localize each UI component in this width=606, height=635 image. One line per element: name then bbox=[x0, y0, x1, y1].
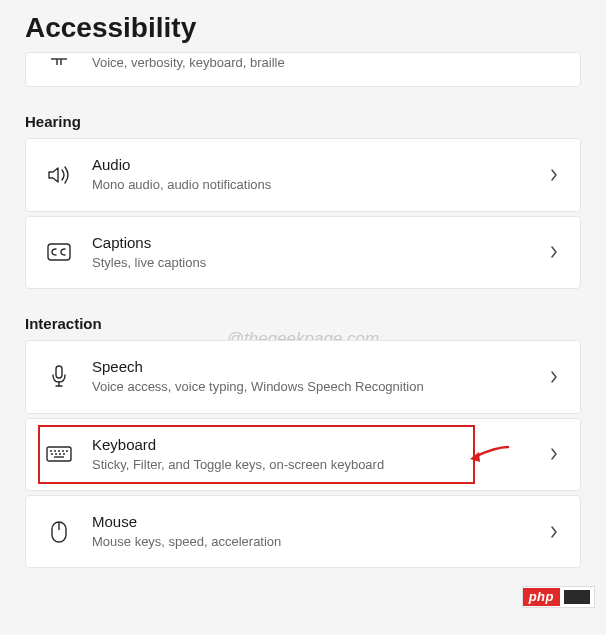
item-title: Audio bbox=[92, 155, 546, 175]
settings-item-keyboard[interactable]: Keyboard Sticky, Filter, and Toggle keys… bbox=[25, 418, 581, 491]
item-subtitle: Voice, verbosity, keyboard, braille bbox=[92, 54, 562, 72]
audio-icon bbox=[42, 164, 76, 186]
svg-rect-3 bbox=[48, 244, 70, 260]
item-subtitle: Voice access, voice typing, Windows Spee… bbox=[92, 378, 546, 396]
chevron-right-icon bbox=[546, 245, 562, 259]
item-subtitle: Styles, live captions bbox=[92, 254, 546, 272]
item-title: Captions bbox=[92, 233, 546, 253]
page-title: Accessibility bbox=[25, 12, 581, 44]
mouse-icon bbox=[42, 520, 76, 544]
chevron-right-icon bbox=[546, 168, 562, 182]
section-heading-interaction: Interaction bbox=[25, 315, 581, 332]
settings-item-narrator[interactable]: Voice, verbosity, keyboard, braille bbox=[25, 52, 581, 87]
settings-item-captions[interactable]: Captions Styles, live captions bbox=[25, 216, 581, 289]
settings-item-mouse[interactable]: Mouse Mouse keys, speed, acceleration bbox=[25, 495, 581, 568]
keyboard-icon bbox=[42, 445, 76, 463]
narrator-icon bbox=[42, 58, 76, 68]
captions-icon bbox=[42, 242, 76, 262]
item-title: Mouse bbox=[92, 512, 546, 532]
source-badge: php bbox=[523, 587, 594, 607]
item-subtitle: Mono audio, audio notifications bbox=[92, 176, 546, 194]
item-title: Keyboard bbox=[92, 435, 546, 455]
item-title: Speech bbox=[92, 357, 546, 377]
settings-item-speech[interactable]: Speech Voice access, voice typing, Windo… bbox=[25, 340, 581, 413]
settings-item-audio[interactable]: Audio Mono audio, audio notifications bbox=[25, 138, 581, 211]
chevron-right-icon bbox=[546, 370, 562, 384]
chevron-right-icon bbox=[546, 447, 562, 461]
item-subtitle: Sticky, Filter, and Toggle keys, on-scre… bbox=[92, 456, 546, 474]
item-subtitle: Mouse keys, speed, acceleration bbox=[92, 533, 546, 551]
badge-text: php bbox=[523, 588, 560, 606]
section-heading-hearing: Hearing bbox=[25, 113, 581, 130]
chevron-right-icon bbox=[546, 525, 562, 539]
microphone-icon bbox=[42, 365, 76, 389]
svg-rect-4 bbox=[56, 366, 62, 378]
badge-block bbox=[564, 590, 590, 604]
